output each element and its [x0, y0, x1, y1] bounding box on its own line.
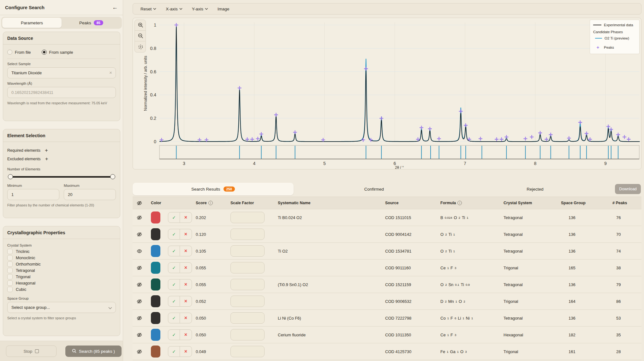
- minimum-input[interactable]: 1: [7, 189, 59, 200]
- row-visibility-toggle[interactable]: [133, 215, 147, 221]
- reset-menu-button[interactable]: Reset: [140, 7, 156, 11]
- confirm-phase-button[interactable]: ✓: [168, 279, 180, 290]
- zoom-in-icon[interactable]: [135, 20, 146, 31]
- eye-off-icon[interactable]: [136, 265, 142, 271]
- slider-handle-min[interactable]: [8, 174, 13, 179]
- eye-icon[interactable]: [136, 248, 142, 254]
- eye-off-icon[interactable]: [136, 215, 142, 221]
- slider-handle-max[interactable]: [110, 174, 115, 179]
- phase-color-swatch[interactable]: [151, 278, 160, 291]
- confirm-phase-button[interactable]: ✓: [168, 229, 180, 239]
- tab-search-results[interactable]: Search Results 250: [133, 183, 294, 195]
- confirm-phase-button[interactable]: ✓: [168, 313, 180, 323]
- eye-off-icon[interactable]: [136, 298, 142, 304]
- tab-rejected[interactable]: Rejected: [455, 183, 616, 195]
- maximum-input[interactable]: 20: [64, 189, 116, 200]
- checkbox[interactable]: [7, 261, 13, 267]
- phase-color-swatch[interactable]: [151, 228, 160, 240]
- zoom-out-icon[interactable]: [135, 31, 146, 41]
- row-visibility-toggle[interactable]: [133, 315, 147, 321]
- space-group-select[interactable]: Select space group...: [7, 302, 116, 313]
- phase-color-swatch[interactable]: [151, 262, 160, 274]
- checkbox[interactable]: [7, 255, 13, 260]
- sample-select-input[interactable]: Titanium Dioxide: [7, 67, 116, 78]
- reject-phase-button[interactable]: ×: [180, 246, 192, 256]
- eye-off-icon[interactable]: [136, 349, 142, 355]
- image-menu-button[interactable]: Image: [218, 7, 230, 11]
- reject-phase-button[interactable]: ×: [180, 346, 192, 357]
- scale-factor-input[interactable]: [230, 262, 265, 273]
- reject-phase-button[interactable]: ×: [180, 296, 192, 306]
- row-visibility-toggle[interactable]: [133, 298, 147, 304]
- tab-peaks[interactable]: Peaks 85: [62, 18, 121, 28]
- crystal-system-option[interactable]: Tetragonal: [7, 268, 116, 273]
- checkbox[interactable]: [7, 280, 13, 286]
- crystal-system-option[interactable]: Trigonal: [7, 274, 116, 279]
- row-visibility-toggle[interactable]: [133, 265, 147, 271]
- phase-color-swatch[interactable]: [151, 245, 160, 257]
- reject-phase-button[interactable]: ×: [180, 313, 192, 323]
- checkbox[interactable]: [7, 268, 13, 273]
- search-button[interactable]: Search (85 peaks ): [65, 346, 122, 357]
- diffraction-chart[interactable]: 34567892θ / °00.20.40.60.81Normalized in…: [133, 18, 641, 169]
- phase-color-swatch[interactable]: [151, 295, 160, 307]
- row-visibility-toggle[interactable]: [133, 332, 147, 338]
- confirm-phase-button[interactable]: ✓: [168, 346, 180, 357]
- download-button[interactable]: Download: [615, 184, 641, 194]
- back-arrow-icon[interactable]: ←: [112, 4, 118, 11]
- confirm-phase-button[interactable]: ✓: [168, 263, 180, 273]
- scale-factor-input[interactable]: [230, 329, 265, 340]
- reject-phase-button[interactable]: ×: [180, 279, 192, 290]
- eye-off-icon[interactable]: [136, 282, 142, 288]
- reject-phase-button[interactable]: ×: [180, 263, 192, 273]
- radio-from-file-circle[interactable]: [7, 50, 12, 55]
- tab-confirmed[interactable]: Confirmed: [294, 183, 455, 195]
- reject-phase-button[interactable]: ×: [180, 229, 192, 239]
- scale-factor-input[interactable]: [230, 229, 265, 240]
- scale-factor-input[interactable]: [230, 346, 265, 357]
- reject-phase-button[interactable]: ×: [180, 212, 192, 223]
- confirm-phase-button[interactable]: ✓: [168, 212, 180, 223]
- eye-off-icon[interactable]: [136, 231, 142, 237]
- number-of-elements-slider[interactable]: [8, 174, 115, 179]
- checkbox[interactable]: [7, 249, 13, 254]
- eye-off-icon[interactable]: [136, 315, 142, 321]
- radio-from-sample-circle[interactable]: [42, 50, 47, 55]
- phase-color-swatch[interactable]: [151, 312, 160, 324]
- confirm-phase-button[interactable]: ✓: [168, 296, 180, 306]
- radio-from-sample[interactable]: From sample: [42, 50, 73, 55]
- scale-factor-input[interactable]: [230, 296, 265, 307]
- checkbox[interactable]: [7, 287, 13, 292]
- wavelength-input[interactable]: 0.16520212982438411: [7, 87, 116, 98]
- confirm-phase-button[interactable]: ✓: [168, 330, 180, 340]
- reject-phase-button[interactable]: ×: [180, 330, 192, 340]
- row-visibility-toggle[interactable]: [133, 282, 147, 288]
- crystal-system-option[interactable]: Cubic: [7, 287, 116, 292]
- row-visibility-toggle[interactable]: [133, 248, 147, 254]
- stop-button[interactable]: Stop: [6, 346, 57, 357]
- radio-from-file[interactable]: From file: [7, 50, 31, 55]
- x-axis-menu-button[interactable]: X-axis: [166, 7, 182, 11]
- phase-color-swatch[interactable]: [151, 329, 160, 341]
- scale-factor-input[interactable]: [230, 245, 265, 257]
- clear-sample-icon[interactable]: ×: [109, 70, 112, 75]
- autoscale-icon[interactable]: [135, 41, 146, 52]
- y-axis-menu-button[interactable]: Y-axis: [192, 7, 208, 11]
- add-excluded-element-button[interactable]: +: [45, 156, 48, 162]
- phase-color-swatch[interactable]: [151, 346, 160, 358]
- add-required-element-button[interactable]: +: [45, 148, 48, 153]
- row-visibility-toggle[interactable]: [133, 349, 147, 355]
- scale-factor-input[interactable]: [230, 279, 265, 290]
- confirm-phase-button[interactable]: ✓: [168, 246, 180, 256]
- crystal-system-option[interactable]: Monoclinic: [7, 255, 116, 260]
- checkbox[interactable]: [7, 274, 13, 279]
- crystal-system-option[interactable]: Hexagonal: [7, 280, 116, 286]
- scale-factor-input[interactable]: [230, 312, 265, 324]
- tab-parameters[interactable]: Parameters: [2, 18, 62, 28]
- eye-off-icon[interactable]: [136, 332, 142, 338]
- row-visibility-toggle[interactable]: [133, 231, 147, 237]
- scale-factor-input[interactable]: [230, 212, 265, 223]
- crystal-system-option[interactable]: Orthorhombic: [7, 261, 116, 267]
- phase-color-swatch[interactable]: [151, 211, 160, 223]
- crystal-system-option[interactable]: Triclinic: [7, 249, 116, 254]
